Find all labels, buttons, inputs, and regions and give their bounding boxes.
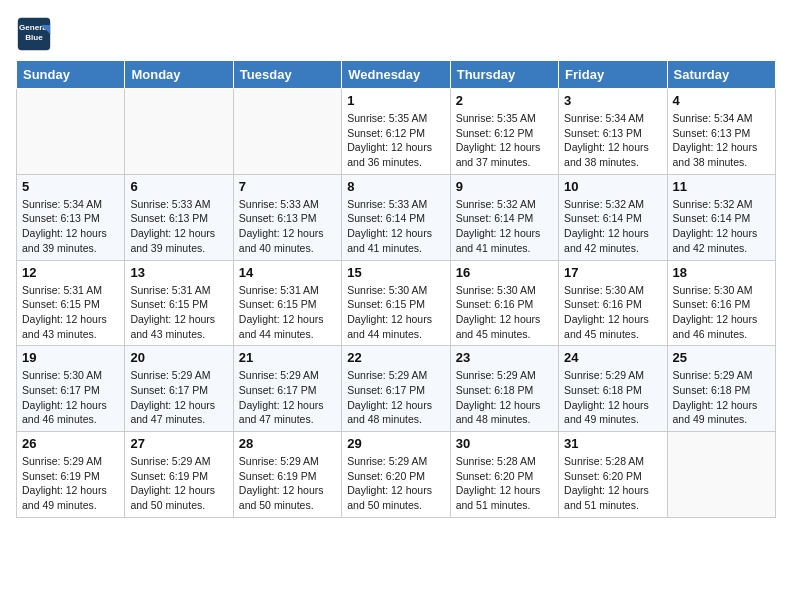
calendar-cell: 13Sunrise: 5:31 AMSunset: 6:15 PMDayligh… [125,260,233,346]
day-number: 10 [564,179,661,194]
day-info: Sunrise: 5:35 AMSunset: 6:12 PMDaylight:… [456,111,553,170]
day-info: Sunrise: 5:30 AMSunset: 6:15 PMDaylight:… [347,283,444,342]
day-info: Sunrise: 5:34 AMSunset: 6:13 PMDaylight:… [564,111,661,170]
day-info: Sunrise: 5:32 AMSunset: 6:14 PMDaylight:… [673,197,770,256]
day-info: Sunrise: 5:31 AMSunset: 6:15 PMDaylight:… [22,283,119,342]
day-number: 28 [239,436,336,451]
day-number: 13 [130,265,227,280]
calendar-cell: 6Sunrise: 5:33 AMSunset: 6:13 PMDaylight… [125,174,233,260]
day-number: 4 [673,93,770,108]
calendar-cell: 19Sunrise: 5:30 AMSunset: 6:17 PMDayligh… [17,346,125,432]
calendar-cell: 25Sunrise: 5:29 AMSunset: 6:18 PMDayligh… [667,346,775,432]
day-info: Sunrise: 5:29 AMSunset: 6:17 PMDaylight:… [347,368,444,427]
calendar-cell: 24Sunrise: 5:29 AMSunset: 6:18 PMDayligh… [559,346,667,432]
day-number: 3 [564,93,661,108]
weekday-header: Friday [559,61,667,89]
calendar-cell: 23Sunrise: 5:29 AMSunset: 6:18 PMDayligh… [450,346,558,432]
calendar-cell: 11Sunrise: 5:32 AMSunset: 6:14 PMDayligh… [667,174,775,260]
day-info: Sunrise: 5:35 AMSunset: 6:12 PMDaylight:… [347,111,444,170]
day-info: Sunrise: 5:29 AMSunset: 6:19 PMDaylight:… [22,454,119,513]
day-number: 21 [239,350,336,365]
day-info: Sunrise: 5:34 AMSunset: 6:13 PMDaylight:… [22,197,119,256]
calendar-cell: 30Sunrise: 5:28 AMSunset: 6:20 PMDayligh… [450,432,558,518]
day-number: 5 [22,179,119,194]
calendar-cell: 27Sunrise: 5:29 AMSunset: 6:19 PMDayligh… [125,432,233,518]
day-number: 29 [347,436,444,451]
day-number: 19 [22,350,119,365]
page-header: General Blue [16,16,776,52]
day-info: Sunrise: 5:30 AMSunset: 6:16 PMDaylight:… [564,283,661,342]
weekday-header: Thursday [450,61,558,89]
day-number: 30 [456,436,553,451]
calendar-table: SundayMondayTuesdayWednesdayThursdayFrid… [16,60,776,518]
day-number: 23 [456,350,553,365]
calendar-cell: 8Sunrise: 5:33 AMSunset: 6:14 PMDaylight… [342,174,450,260]
day-info: Sunrise: 5:29 AMSunset: 6:18 PMDaylight:… [673,368,770,427]
calendar-cell: 9Sunrise: 5:32 AMSunset: 6:14 PMDaylight… [450,174,558,260]
calendar-cell [125,89,233,175]
svg-text:Blue: Blue [25,33,43,42]
day-number: 26 [22,436,119,451]
day-number: 15 [347,265,444,280]
calendar-week-row: 1Sunrise: 5:35 AMSunset: 6:12 PMDaylight… [17,89,776,175]
calendar-cell: 18Sunrise: 5:30 AMSunset: 6:16 PMDayligh… [667,260,775,346]
calendar-cell: 15Sunrise: 5:30 AMSunset: 6:15 PMDayligh… [342,260,450,346]
day-info: Sunrise: 5:29 AMSunset: 6:19 PMDaylight:… [130,454,227,513]
calendar-cell: 31Sunrise: 5:28 AMSunset: 6:20 PMDayligh… [559,432,667,518]
calendar-week-row: 5Sunrise: 5:34 AMSunset: 6:13 PMDaylight… [17,174,776,260]
calendar-cell: 22Sunrise: 5:29 AMSunset: 6:17 PMDayligh… [342,346,450,432]
day-info: Sunrise: 5:33 AMSunset: 6:14 PMDaylight:… [347,197,444,256]
day-number: 1 [347,93,444,108]
day-number: 8 [347,179,444,194]
day-info: Sunrise: 5:32 AMSunset: 6:14 PMDaylight:… [564,197,661,256]
calendar-cell: 28Sunrise: 5:29 AMSunset: 6:19 PMDayligh… [233,432,341,518]
calendar-cell: 16Sunrise: 5:30 AMSunset: 6:16 PMDayligh… [450,260,558,346]
calendar-cell [233,89,341,175]
logo: General Blue [16,16,56,52]
day-number: 17 [564,265,661,280]
calendar-cell: 4Sunrise: 5:34 AMSunset: 6:13 PMDaylight… [667,89,775,175]
day-info: Sunrise: 5:30 AMSunset: 6:16 PMDaylight:… [456,283,553,342]
day-number: 7 [239,179,336,194]
calendar-cell: 26Sunrise: 5:29 AMSunset: 6:19 PMDayligh… [17,432,125,518]
day-info: Sunrise: 5:29 AMSunset: 6:17 PMDaylight:… [239,368,336,427]
day-info: Sunrise: 5:29 AMSunset: 6:19 PMDaylight:… [239,454,336,513]
calendar-cell [17,89,125,175]
day-info: Sunrise: 5:33 AMSunset: 6:13 PMDaylight:… [130,197,227,256]
logo-icon: General Blue [16,16,52,52]
day-info: Sunrise: 5:29 AMSunset: 6:18 PMDaylight:… [456,368,553,427]
day-info: Sunrise: 5:31 AMSunset: 6:15 PMDaylight:… [239,283,336,342]
day-info: Sunrise: 5:29 AMSunset: 6:18 PMDaylight:… [564,368,661,427]
calendar-cell [667,432,775,518]
day-number: 31 [564,436,661,451]
day-info: Sunrise: 5:30 AMSunset: 6:17 PMDaylight:… [22,368,119,427]
calendar-cell: 3Sunrise: 5:34 AMSunset: 6:13 PMDaylight… [559,89,667,175]
calendar-week-row: 26Sunrise: 5:29 AMSunset: 6:19 PMDayligh… [17,432,776,518]
day-info: Sunrise: 5:33 AMSunset: 6:13 PMDaylight:… [239,197,336,256]
calendar-cell: 1Sunrise: 5:35 AMSunset: 6:12 PMDaylight… [342,89,450,175]
weekday-header: Saturday [667,61,775,89]
weekday-header: Tuesday [233,61,341,89]
day-number: 16 [456,265,553,280]
day-info: Sunrise: 5:28 AMSunset: 6:20 PMDaylight:… [456,454,553,513]
calendar-week-row: 12Sunrise: 5:31 AMSunset: 6:15 PMDayligh… [17,260,776,346]
calendar-cell: 10Sunrise: 5:32 AMSunset: 6:14 PMDayligh… [559,174,667,260]
day-number: 18 [673,265,770,280]
day-number: 2 [456,93,553,108]
weekday-header: Sunday [17,61,125,89]
day-number: 11 [673,179,770,194]
calendar-cell: 14Sunrise: 5:31 AMSunset: 6:15 PMDayligh… [233,260,341,346]
calendar-cell: 7Sunrise: 5:33 AMSunset: 6:13 PMDaylight… [233,174,341,260]
calendar-cell: 20Sunrise: 5:29 AMSunset: 6:17 PMDayligh… [125,346,233,432]
day-info: Sunrise: 5:30 AMSunset: 6:16 PMDaylight:… [673,283,770,342]
day-info: Sunrise: 5:34 AMSunset: 6:13 PMDaylight:… [673,111,770,170]
calendar-cell: 21Sunrise: 5:29 AMSunset: 6:17 PMDayligh… [233,346,341,432]
day-number: 22 [347,350,444,365]
day-info: Sunrise: 5:29 AMSunset: 6:17 PMDaylight:… [130,368,227,427]
weekday-header: Wednesday [342,61,450,89]
weekday-header: Monday [125,61,233,89]
day-info: Sunrise: 5:28 AMSunset: 6:20 PMDaylight:… [564,454,661,513]
day-number: 25 [673,350,770,365]
calendar-cell: 12Sunrise: 5:31 AMSunset: 6:15 PMDayligh… [17,260,125,346]
day-number: 12 [22,265,119,280]
